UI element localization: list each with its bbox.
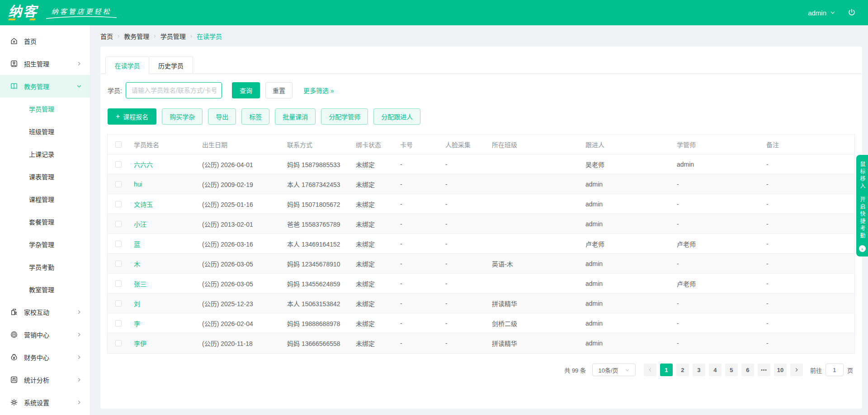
page-size-select[interactable]: 10条/页: [592, 364, 636, 376]
student-name-link[interactable]: 李伊: [129, 339, 198, 348]
table-row: 木 (公历) 2026-03-05 妈妈 12345678910 未绑定 - -…: [108, 254, 854, 274]
row-checkbox[interactable]: [115, 241, 122, 247]
row-checkbox[interactable]: [115, 300, 122, 307]
page-button-5[interactable]: 5: [725, 364, 738, 376]
sidebar-item-academic[interactable]: 教务管理: [0, 75, 90, 98]
query-button[interactable]: 查询: [232, 82, 260, 98]
sidebar-item-statistics[interactable]: 统计分析: [0, 368, 90, 391]
course-enroll-button[interactable]: + 课程报名: [108, 108, 156, 125]
sidebar-subitem-course-mgmt[interactable]: 课程管理: [0, 188, 90, 210]
col-name: 学员姓名: [129, 140, 198, 149]
sidebar-subitem-class-mgmt[interactable]: 班级管理: [0, 120, 90, 143]
chevron-right-icon: [76, 377, 82, 382]
breadcrumb-home[interactable]: 首页: [100, 32, 113, 41]
select-all-checkbox[interactable]: [115, 141, 122, 148]
page-button-3[interactable]: 3: [693, 364, 705, 376]
target-icon: [10, 331, 18, 339]
tags-button[interactable]: 标签: [241, 108, 269, 125]
follower-cell: admin: [581, 260, 672, 267]
row-checkbox[interactable]: [115, 201, 122, 207]
chevron-right-icon: [76, 309, 82, 315]
batch-lesson-deduct-button[interactable]: 批量课消: [275, 108, 316, 125]
page-button-6[interactable]: 6: [741, 364, 754, 376]
phone-cell: 妈妈 13666566558: [283, 339, 351, 348]
power-icon: [847, 8, 856, 17]
remark-cell: -: [762, 181, 854, 188]
student-name-link[interactable]: 小汪: [129, 219, 198, 228]
phone-cell: 妈妈 15879885533: [283, 160, 351, 169]
card-cell: -: [396, 300, 441, 307]
bind-cell: 未绑定: [351, 279, 396, 288]
remark-cell: -: [762, 300, 854, 307]
breadcrumb-separator: ›: [154, 33, 156, 39]
search-label: 学员:: [108, 86, 122, 95]
student-name-link[interactable]: 六六六: [129, 160, 198, 169]
table-row: 李伊 (公历) 2020-11-18 妈妈 13666566558 未绑定 - …: [108, 333, 854, 353]
page-button-2[interactable]: 2: [676, 364, 689, 376]
collapse-chevron-icon[interactable]: ‹: [859, 245, 866, 252]
logout-button[interactable]: [847, 8, 856, 17]
sidebar-subitem-lesson-records[interactable]: 上课记录: [0, 143, 90, 165]
page-button-4[interactable]: 4: [709, 364, 722, 376]
sidebar-subitem-classroom-mgmt[interactable]: 教室管理: [0, 278, 90, 301]
sidebar-item-home[interactable]: 首页: [0, 30, 90, 52]
assign-manager-button[interactable]: 分配学管师: [321, 108, 368, 125]
sidebar-subitem-misc-fees[interactable]: 学杂管理: [0, 233, 90, 256]
tab-history-students[interactable]: 历史学员: [149, 56, 193, 74]
sidebar-item-marketing[interactable]: 营销中心: [0, 323, 90, 346]
row-checkbox[interactable]: [115, 280, 122, 287]
page-button-10[interactable]: 10: [774, 364, 787, 376]
student-name-link[interactable]: 张三: [129, 279, 198, 288]
quick-attendance-widget[interactable]: 鼠标移入 开启快捷考勤 ‹: [856, 155, 868, 256]
birth-cell: (公历) 2013-02-01: [198, 219, 283, 228]
sidebar-item-home-school[interactable]: 家校互动: [0, 301, 90, 323]
manager-cell: -: [672, 320, 762, 327]
student-name-link[interactable]: 蓝: [129, 239, 198, 248]
student-name-link[interactable]: 刘: [129, 299, 198, 308]
page-button-1[interactable]: 1: [660, 364, 673, 376]
row-checkbox[interactable]: [115, 320, 122, 326]
row-checkbox[interactable]: [115, 161, 122, 168]
row-checkbox[interactable]: [115, 221, 122, 227]
breadcrumb-academic[interactable]: 教务管理: [124, 32, 149, 41]
student-name-link[interactable]: 李: [129, 319, 198, 328]
sidebar-subitem-student-mgmt[interactable]: 学员管理: [0, 98, 90, 120]
chevron-down-icon: [76, 84, 82, 89]
student-name-link[interactable]: 木: [129, 259, 198, 268]
sidebar-item-settings[interactable]: 系统设置: [0, 391, 90, 414]
export-button[interactable]: 导出: [208, 108, 236, 125]
row-checkbox[interactable]: [115, 181, 122, 187]
sidebar-item-admissions[interactable]: 招生管理: [0, 52, 90, 75]
sidebar-item-finance[interactable]: 财务中心: [0, 346, 90, 368]
manager-cell: -: [672, 181, 762, 188]
breadcrumb-student-mgmt[interactable]: 学员管理: [160, 32, 186, 41]
reset-button[interactable]: 重置: [265, 82, 292, 98]
card-cell: -: [396, 340, 441, 347]
more-pages-button[interactable]: •••: [758, 364, 770, 376]
user-menu[interactable]: admin: [808, 9, 835, 17]
student-name-link[interactable]: 文诗玉: [129, 200, 198, 209]
table-row: 蓝 (公历) 2026-03-16 本人 13469164152 未绑定 - -…: [108, 234, 854, 254]
sidebar-subitem-attendance[interactable]: 学员考勤: [0, 256, 90, 278]
goto-page-input[interactable]: [826, 364, 844, 376]
prev-page-button[interactable]: [644, 364, 656, 376]
next-page-button[interactable]: [790, 364, 803, 376]
student-name-link[interactable]: hui: [129, 181, 198, 188]
more-filters-link[interactable]: 更多筛选 »: [303, 86, 334, 95]
card-cell: -: [396, 220, 441, 228]
assign-follower-button[interactable]: 分配跟进人: [373, 108, 420, 125]
buy-misc-button[interactable]: 购买学杂: [162, 108, 203, 125]
col-birth: 出生日期: [198, 140, 283, 149]
bind-cell: 未绑定: [351, 160, 396, 169]
search-input[interactable]: [126, 82, 222, 98]
tab-current-students[interactable]: 在读学员: [105, 56, 149, 74]
row-checkbox[interactable]: [115, 261, 122, 267]
sidebar-subitem-timetable[interactable]: 课表管理: [0, 165, 90, 188]
row-checkbox[interactable]: [115, 340, 122, 346]
follower-cell: admin: [581, 280, 672, 287]
phone-cell: 妈妈 19888688978: [283, 319, 351, 328]
sidebar-subitem-package-mgmt[interactable]: 套餐管理: [0, 210, 90, 233]
main-content: 首页 › 教务管理 › 学员管理 › 在读学员 在读学员 历史学员 学员: 查询…: [90, 25, 868, 415]
bind-cell: 未绑定: [351, 180, 396, 189]
subitem-label: 上课记录: [29, 149, 54, 159]
